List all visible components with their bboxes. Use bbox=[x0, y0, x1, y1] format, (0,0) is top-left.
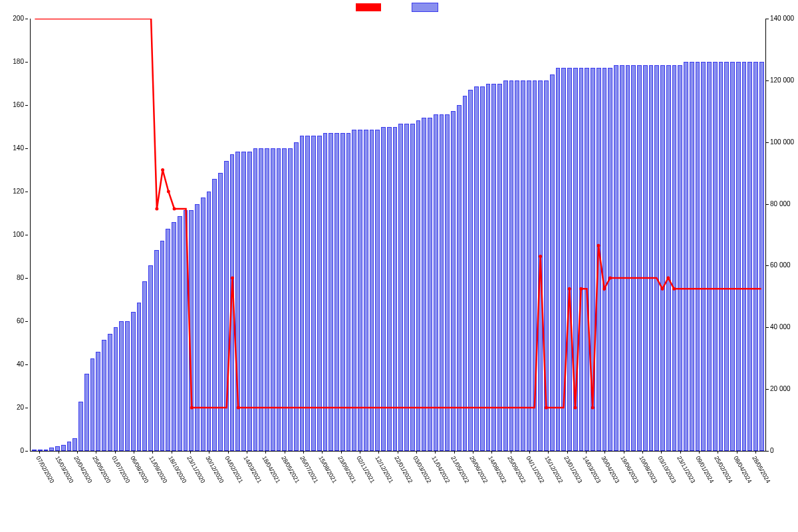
x-tick-label: 15/12/2022 bbox=[543, 455, 564, 484]
y-right-tick-label: 80 000 bbox=[770, 201, 791, 207]
x-tick-label: 26/07/2021 bbox=[299, 455, 319, 484]
x-tick-label: 11/09/2020 bbox=[148, 455, 168, 484]
plot-area bbox=[30, 19, 766, 452]
line-series bbox=[31, 19, 765, 451]
svg-point-7 bbox=[539, 255, 542, 258]
svg-point-6 bbox=[237, 406, 240, 410]
y-axis-right: 020 00040 00060 00080 000100 000120 0001… bbox=[766, 19, 798, 451]
svg-point-13 bbox=[597, 244, 600, 247]
y-left-tick-label: 60 bbox=[17, 318, 24, 325]
x-tick-label: 09/01/2024 bbox=[694, 455, 715, 484]
svg-point-10 bbox=[574, 406, 577, 410]
x-tick-label: 30/04/2023 bbox=[600, 455, 620, 484]
x-tick-label: 03/03/2022 bbox=[412, 455, 432, 484]
x-tick-label: 28/05/2024 bbox=[751, 455, 771, 484]
legend-swatch-blue bbox=[412, 3, 438, 12]
x-axis: 07/02/202015/03/202020/04/202025/05/2020… bbox=[30, 451, 765, 531]
x-tick-label: 20/04/2020 bbox=[72, 455, 93, 484]
svg-point-14 bbox=[602, 287, 606, 291]
x-tick-label: 04/11/2022 bbox=[525, 455, 545, 484]
y-axis-left: 020406080100120140160180200 bbox=[0, 19, 28, 451]
y-left-tick-label: 100 bbox=[13, 231, 24, 238]
y-left-tick-label: 80 bbox=[17, 275, 24, 281]
x-tick-label: 25/02/2024 bbox=[713, 455, 733, 484]
legend bbox=[356, 3, 442, 12]
svg-point-1 bbox=[161, 168, 164, 172]
legend-swatch-red bbox=[356, 3, 381, 11]
x-tick-label: 23/09/2021 bbox=[336, 455, 357, 484]
x-tick-label: 12/12/2021 bbox=[374, 455, 394, 484]
svg-point-0 bbox=[155, 207, 158, 211]
x-tick-label: 03/10/2023 bbox=[656, 455, 677, 484]
x-tick-label: 06/08/2020 bbox=[129, 455, 150, 484]
y-right-tick-label: 40 000 bbox=[770, 324, 791, 331]
x-tick-label: 21/05/2022 bbox=[450, 455, 470, 484]
x-tick-label: 25/09/2022 bbox=[506, 455, 527, 484]
x-tick-label: 14/03/2023 bbox=[581, 455, 602, 484]
y-right-tick-label: 140 000 bbox=[770, 15, 794, 22]
x-tick-label: 14/03/2021 bbox=[242, 455, 263, 484]
svg-point-18 bbox=[672, 287, 676, 291]
y-right-tick-label: 100 000 bbox=[770, 139, 794, 146]
y-right-tick-label: 120 000 bbox=[770, 77, 794, 84]
y-left-tick-label: 40 bbox=[17, 361, 24, 368]
legend-item-bars bbox=[412, 3, 442, 12]
y-left-tick-label: 160 bbox=[13, 102, 24, 108]
svg-point-5 bbox=[231, 277, 234, 280]
x-tick-label: 23/11/2023 bbox=[676, 455, 696, 484]
x-tick-label: 02/11/2021 bbox=[355, 455, 376, 484]
svg-point-9 bbox=[568, 287, 571, 291]
x-tick-label: 28/05/2021 bbox=[280, 455, 301, 484]
x-tick-label: 22/01/2022 bbox=[393, 455, 414, 484]
x-tick-label: 15/08/2021 bbox=[317, 455, 338, 484]
chart-container: 020406080100120140160180200 020 00040 00… bbox=[0, 0, 798, 532]
y-left-tick-label: 200 bbox=[13, 15, 24, 22]
svg-point-11 bbox=[579, 287, 583, 291]
y-left-tick-label: 20 bbox=[17, 404, 24, 411]
svg-point-3 bbox=[173, 207, 176, 211]
x-tick-label: 23/11/2020 bbox=[186, 455, 206, 484]
y-left-tick-label: 0 bbox=[20, 448, 24, 454]
y-right-tick-label: 0 bbox=[770, 448, 774, 454]
y-left-tick-label: 180 bbox=[13, 59, 24, 65]
svg-point-17 bbox=[666, 277, 670, 280]
x-tick-label: 08/04/2024 bbox=[732, 455, 753, 484]
x-tick-label: 19/06/2023 bbox=[619, 455, 640, 484]
svg-point-8 bbox=[545, 406, 548, 410]
y-right-tick-label: 20 000 bbox=[770, 386, 791, 392]
y-left-tick-label: 140 bbox=[13, 145, 24, 152]
x-tick-label: 30/12/2020 bbox=[204, 455, 225, 484]
x-tick-label: 23/01/2023 bbox=[563, 455, 583, 484]
x-tick-label: 04/02/2021 bbox=[223, 455, 244, 484]
x-tick-label: 29/06/2022 bbox=[468, 455, 489, 484]
svg-point-12 bbox=[591, 406, 595, 410]
x-tick-label: 01/07/2020 bbox=[110, 455, 131, 484]
svg-point-16 bbox=[661, 287, 664, 291]
legend-item-line bbox=[356, 3, 385, 11]
x-tick-label: 11/04/2022 bbox=[430, 455, 451, 484]
x-tick-label: 18/04/2021 bbox=[261, 455, 281, 484]
x-tick-label: 14/08/2022 bbox=[487, 455, 507, 484]
x-tick-label: 07/02/2020 bbox=[35, 455, 55, 484]
y-left-tick-label: 120 bbox=[13, 188, 24, 195]
x-tick-label: 10/08/2023 bbox=[638, 455, 658, 484]
x-tick-label: 18/10/2020 bbox=[167, 455, 188, 484]
svg-point-4 bbox=[190, 406, 194, 410]
x-tick-label: 15/03/2020 bbox=[54, 455, 74, 484]
x-tick-label: 25/05/2020 bbox=[91, 455, 112, 484]
svg-point-2 bbox=[167, 190, 170, 194]
y-right-tick-label: 60 000 bbox=[770, 262, 791, 269]
svg-point-15 bbox=[608, 277, 612, 280]
